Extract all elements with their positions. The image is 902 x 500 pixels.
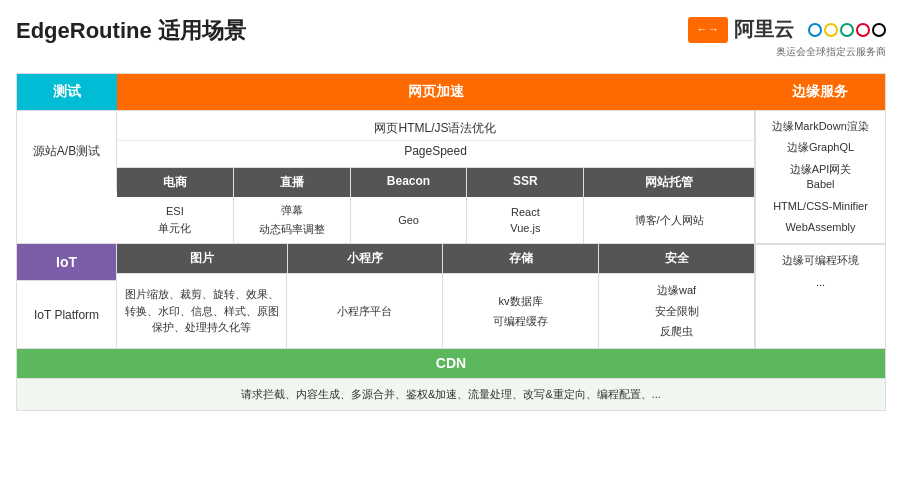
- sub-header-ssr: SSR: [467, 168, 584, 197]
- web-speed-header: 网页加速: [117, 74, 755, 110]
- iot-sub-header-store: 存储: [443, 244, 599, 273]
- cdn-desc-row: 请求拦截、内容生成、多源合并、鉴权&加速、流量处理、改写&重定向、编程配置、..…: [17, 378, 885, 410]
- iot-content-sec: 边缘waf 安全限制 反爬虫: [599, 274, 754, 348]
- edge-service-item-1: 边缘MarkDown渲染: [764, 119, 877, 134]
- aliyun-logo: ←→ 阿里云: [688, 16, 886, 43]
- iot-sub-header-mini: 小程序: [288, 244, 444, 273]
- edge-service-header: 边缘服务: [755, 74, 885, 110]
- iot-sub-header-sec: 安全: [599, 244, 754, 273]
- ring-red: [856, 23, 870, 37]
- iot-row: IoT IoT Platform 图片 小程序 存储 安全 图片缩放、裁剪、旋转…: [17, 243, 885, 348]
- sub-header-beacon: Beacon: [351, 168, 468, 197]
- live-item-1: 弹幕: [281, 203, 303, 218]
- iot-middle-col: 图片 小程序 存储 安全 图片缩放、裁剪、旋转、效果、转换、水印、信息、样式、原…: [117, 244, 755, 348]
- second-row: 源站A/B测试 网页HTML/JS语法优化 PageSpeed 电商 直播 Be…: [17, 110, 885, 243]
- sub-content-beacon: Geo: [351, 197, 468, 243]
- iot-sub-content: 图片缩放、裁剪、旋转、效果、转换、水印、信息、样式、原图保护、处理持久化等 小程…: [117, 274, 754, 348]
- cdn-label: CDN: [436, 355, 466, 371]
- sec-item-3: 反爬虫: [660, 323, 693, 340]
- ring-black: [872, 23, 886, 37]
- olympic-rings: [808, 23, 886, 37]
- edge-service-item-3: 边缘API网关Babel: [764, 162, 877, 193]
- sub-content-ssr: React Vue.js: [467, 197, 584, 243]
- sub-content-live: 弹幕 动态码率调整: [234, 197, 351, 243]
- iot-content-mini: 小程序平台: [287, 274, 443, 348]
- iot-platform-label: IoT Platform: [17, 280, 117, 348]
- left-col: 源站A/B测试: [17, 111, 117, 243]
- iot-content-pic: 图片缩放、裁剪、旋转、效果、转换、水印、信息、样式、原图保护、处理持久化等: [117, 274, 287, 348]
- ab-test-cell: 源站A/B测试: [17, 111, 117, 191]
- web-html-row: 网页HTML/JS语法优化: [117, 111, 754, 141]
- iot-sub-headers: 图片 小程序 存储 安全: [117, 244, 754, 274]
- beacon-item-1: Geo: [398, 214, 419, 226]
- edge-service-item-2: 边缘GraphQL: [764, 140, 877, 155]
- logo-subtitle: 奥运会全球指定云服务商: [776, 45, 886, 59]
- ring-yellow: [824, 23, 838, 37]
- page-wrapper: EdgeRoutine 适用场景 ←→ 阿里云 奥运会全球: [0, 0, 902, 411]
- iot-right-col: 边缘可编程环境 ...: [755, 244, 885, 348]
- svg-text:←→: ←→: [697, 23, 720, 35]
- header: EdgeRoutine 适用场景 ←→ 阿里云 奥运会全球: [16, 16, 886, 59]
- right-col-services: 边缘MarkDown渲染 边缘GraphQL 边缘API网关Babel HTML…: [755, 111, 885, 243]
- iot-left-col: IoT IoT Platform: [17, 244, 117, 348]
- aliyun-icon: ←→: [688, 17, 728, 43]
- sec-item-1: 边缘waf: [657, 282, 696, 299]
- sub-content-hosting: 博客/个人网站: [584, 197, 754, 243]
- sub-header-hosting: 网站托管: [584, 168, 754, 197]
- sub-headers-row: 电商 直播 Beacon SSR 网站托管: [117, 167, 754, 197]
- sec-item-2: 安全限制: [655, 303, 699, 320]
- cdn-desc: 请求拦截、内容生成、多源合并、鉴权&加速、流量处理、改写&重定向、编程配置、..…: [241, 387, 661, 402]
- iot-content-store: kv数据库 可编程缓存: [443, 274, 599, 348]
- store-item-2: 可编程缓存: [493, 313, 548, 330]
- logo-area: ←→ 阿里云 奥运会全球指定云服务商: [688, 16, 886, 59]
- ssr-item-1: React: [511, 206, 540, 218]
- live-item-2: 动态码率调整: [259, 222, 325, 237]
- iot-sub-header-pic: 图片: [117, 244, 288, 273]
- ring-blue: [808, 23, 822, 37]
- test-header: 测试: [17, 74, 117, 110]
- ec-item-1: ESI: [166, 205, 184, 217]
- cdn-row: CDN: [17, 348, 885, 378]
- iot-label: IoT: [17, 244, 117, 280]
- sub-content-ec: ESI 单元化: [117, 197, 234, 243]
- aliyun-brand: 阿里云: [734, 16, 794, 43]
- sub-header-ec: 电商: [117, 168, 234, 197]
- pagespeed-row: PageSpeed: [117, 141, 754, 167]
- web-html-label: 网页HTML/JS语法优化: [374, 120, 496, 137]
- ec-item-2: 单元化: [158, 221, 191, 236]
- ring-green: [840, 23, 854, 37]
- ssr-item-2: Vue.js: [510, 222, 540, 234]
- edge-service-item-5: WebAssembly: [764, 220, 877, 235]
- store-item-1: kv数据库: [499, 293, 543, 310]
- iot-edge-item-2: ...: [764, 275, 877, 290]
- pagespeed-label: PageSpeed: [404, 144, 467, 158]
- main-grid: 测试 网页加速 边缘服务 源站A/B测试 网页HTML/JS语法优化 PageS…: [16, 73, 886, 411]
- sub-content-row: ESI 单元化 弹幕 动态码率调整 Geo React Vue.js: [117, 197, 754, 243]
- middle-col: 网页HTML/JS语法优化 PageSpeed 电商 直播 Beacon SSR…: [117, 111, 755, 243]
- edge-service-item-4: HTML/CSS-Minifier: [764, 199, 877, 214]
- page-title: EdgeRoutine 适用场景: [16, 16, 246, 46]
- hosting-item-1: 博客/个人网站: [635, 213, 704, 228]
- iot-edge-item-1: 边缘可编程环境: [764, 253, 877, 268]
- sub-header-live: 直播: [234, 168, 351, 197]
- top-headers-row: 测试 网页加速 边缘服务: [17, 74, 885, 110]
